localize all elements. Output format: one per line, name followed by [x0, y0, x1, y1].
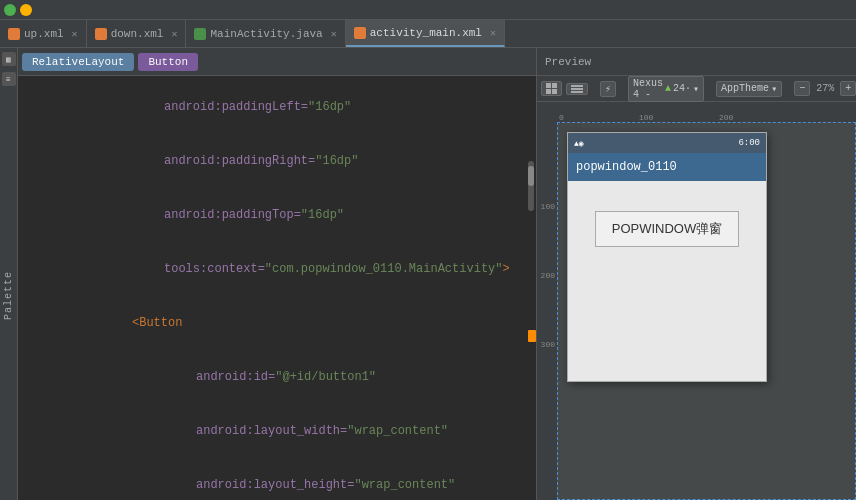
tab-bar: up.xml ✕ down.xml ✕ MainActivity.java ✕ …: [0, 20, 856, 48]
zoom-in-btn[interactable]: +: [840, 81, 856, 96]
code-text-5: <Button: [40, 296, 182, 350]
ruler-horizontal: 0 100 200: [557, 102, 856, 122]
device-statusbar: ▲◉ 6:00: [568, 133, 766, 153]
code-line-6: android:id="@+id/button1": [18, 350, 536, 404]
code-line-5: <Button: [18, 296, 536, 350]
preview-panel: Preview ⚡: [536, 48, 856, 500]
device-name: Nexus 4 -: [633, 78, 663, 100]
tab-close-java[interactable]: ✕: [331, 28, 337, 40]
theme-selector[interactable]: AppTheme ▾: [716, 81, 782, 97]
code-text-8: android:layout_height="wrap_content": [40, 458, 455, 500]
android-icon: ▲: [665, 83, 671, 94]
java-icon: [194, 28, 206, 40]
xml-icon-3: [354, 27, 366, 39]
api-level: 24·: [673, 83, 691, 94]
popwindow-button[interactable]: POPWINDOW弹窗: [595, 211, 740, 247]
chevron-down-icon-2: ▾: [771, 83, 777, 95]
ruler-vertical: 100 200 300: [537, 122, 557, 500]
window-control-yellow[interactable]: [20, 4, 32, 16]
preview-label: Preview: [545, 56, 591, 68]
preview-toolbar: ⚡ Nexus 4 - ▲ 24· ▾ AppTheme ▾ − 27% +: [537, 76, 856, 102]
main-area: ▦ ≡ Palette RelativeLayout Button androi…: [0, 48, 856, 500]
app-title: popwindow_0110: [576, 160, 677, 174]
theme-label: AppTheme: [721, 83, 769, 94]
device-selector[interactable]: Nexus 4 - ▲ 24· ▾: [628, 76, 704, 102]
ruler-corner: [537, 102, 557, 122]
tab-close-down[interactable]: ✕: [171, 28, 177, 40]
tab-relativelayout[interactable]: RelativeLayout: [22, 53, 134, 71]
code-line-4: tools:context="com.popwindow_0110.MainAc…: [18, 242, 536, 296]
preview-device-area: 0 100 200 100 200 300 ▲◉ 6:00: [537, 102, 856, 500]
code-line-7: android:layout_width="wrap_content": [18, 404, 536, 458]
scroll-marker: [528, 330, 536, 342]
tab-close-up[interactable]: ✕: [72, 28, 78, 40]
scrollbar-thumb: [528, 166, 534, 186]
device-frame: ▲◉ 6:00 popwindow_0110 POPWINDOW弹窗: [567, 132, 767, 382]
render-btn[interactable]: ⚡: [600, 81, 616, 97]
code-text-6: android:id="@+id/button1": [40, 350, 376, 404]
code-area[interactable]: android:paddingLeft="16dp" android:paddi…: [18, 76, 536, 500]
device-titlebar: popwindow_0110: [568, 153, 766, 181]
code-line-1: android:paddingLeft="16dp": [18, 80, 536, 134]
editor-toolbar: RelativeLayout Button: [18, 48, 536, 76]
preview-header: Preview: [537, 48, 856, 76]
tab-activity-main-xml[interactable]: activity_main.xml ✕: [346, 20, 505, 47]
tab-close-activity-main[interactable]: ✕: [490, 27, 496, 39]
os-top-bar: [0, 0, 856, 20]
grid-view-btn[interactable]: [541, 81, 562, 96]
code-text-1: android:paddingLeft="16dp": [40, 80, 351, 134]
tab-down-xml[interactable]: down.xml ✕: [87, 20, 187, 47]
window-control-green[interactable]: [4, 4, 16, 16]
code-line-3: android:paddingTop="16dp": [18, 188, 536, 242]
palette-icon-1[interactable]: ▦: [2, 52, 16, 66]
code-text-3: android:paddingTop="16dp": [40, 188, 344, 242]
palette-icon-2[interactable]: ≡: [2, 72, 16, 86]
code-text-4: tools:context="com.popwindow_0110.MainAc…: [40, 242, 510, 296]
palette-strip: ▦ ≡ Palette: [0, 48, 18, 500]
scrollbar[interactable]: [528, 161, 534, 211]
chevron-down-icon: ▾: [693, 83, 699, 95]
zoom-out-btn[interactable]: −: [794, 81, 810, 96]
list-view-btn[interactable]: [566, 83, 588, 95]
editor-container: RelativeLayout Button android:paddingLef…: [18, 48, 536, 500]
code-text-7: android:layout_width="wrap_content": [40, 404, 448, 458]
status-time: 6:00: [738, 138, 760, 148]
zoom-level: 27%: [814, 83, 836, 94]
xml-icon: [8, 28, 20, 40]
device-body: POPWINDOW弹窗: [568, 181, 766, 381]
tab-mainactivity-java[interactable]: MainActivity.java ✕: [186, 20, 345, 47]
signal-icon: ▲◉: [574, 139, 584, 148]
code-line-2: android:paddingRight="16dp": [18, 134, 536, 188]
device-content-area: ▲◉ 6:00 popwindow_0110 POPWINDOW弹窗: [557, 122, 856, 500]
palette-label: Palette: [3, 271, 14, 320]
code-text-2: android:paddingRight="16dp": [40, 134, 358, 188]
code-line-8: android:layout_height="wrap_content": [18, 458, 536, 500]
tab-up-xml[interactable]: up.xml ✕: [0, 20, 87, 47]
xml-icon-2: [95, 28, 107, 40]
tab-button[interactable]: Button: [138, 53, 198, 71]
